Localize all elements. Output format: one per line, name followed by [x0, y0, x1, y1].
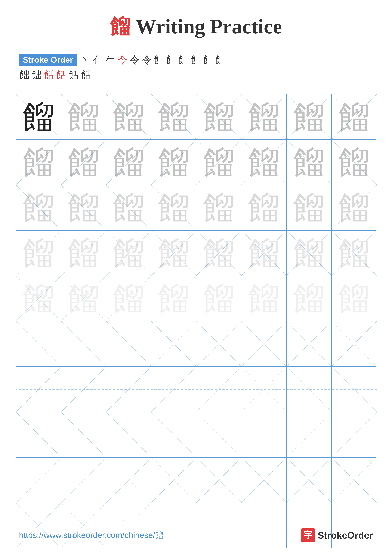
svg-line-91 — [242, 321, 286, 366]
empty-cell[interactable] — [196, 412, 242, 457]
svg-line-102 — [151, 367, 196, 412]
practice-char: 餾 — [338, 237, 370, 269]
empty-cell[interactable] — [61, 367, 106, 412]
grid-cell: 餾 — [286, 94, 332, 139]
stroke-order-row1: Stroke Order 丶 亻 𠂉 今 令 令 飠 飠 飠 飠 飠 飠 — [19, 53, 373, 66]
grid-cell: 餾 — [16, 185, 61, 230]
empty-cell[interactable] — [196, 321, 242, 366]
empty-cell[interactable] — [16, 412, 61, 457]
grid-cell: 餾 — [151, 231, 196, 276]
empty-cell[interactable] — [16, 367, 61, 412]
svg-line-124 — [286, 412, 331, 457]
empty-cell[interactable] — [286, 367, 332, 412]
empty-cell[interactable] — [151, 367, 196, 412]
svg-line-85 — [106, 321, 151, 366]
empty-cell[interactable] — [106, 412, 151, 457]
grid-cell: 餾 — [61, 94, 106, 139]
stroke-3: 𠂉 — [105, 54, 115, 66]
stroke-5: 令 — [130, 53, 139, 66]
svg-line-112 — [16, 412, 61, 457]
practice-char: 餾 — [68, 101, 100, 133]
footer: https://www.strokeorder.com/chinese/餾 字 … — [0, 528, 392, 542]
grid-cell: 餾 — [151, 140, 196, 185]
stroke-9: 飠 — [179, 53, 189, 66]
grid-cell: 餾 — [106, 94, 151, 139]
svg-line-107 — [242, 367, 286, 412]
grid-cell: 餾 — [196, 231, 242, 276]
empty-cell[interactable] — [151, 321, 196, 366]
practice-char: 餾 — [113, 283, 144, 314]
empty-cell[interactable] — [16, 458, 61, 503]
svg-line-121 — [196, 412, 241, 457]
practice-char: 餾 — [203, 101, 235, 133]
stroke-1: 丶 — [80, 53, 90, 66]
empty-cell[interactable] — [332, 367, 377, 412]
empty-cell[interactable] — [286, 412, 332, 457]
practice-char: 餾 — [338, 192, 370, 224]
grid-cell: 餾 — [242, 231, 286, 276]
footer-url[interactable]: https://www.strokeorder.com/chinese/餾 — [19, 530, 163, 541]
empty-cell[interactable] — [61, 412, 106, 457]
empty-cell[interactable] — [332, 321, 377, 366]
empty-cell[interactable] — [242, 412, 286, 457]
svg-line-98 — [61, 367, 106, 412]
svg-line-143 — [332, 458, 377, 503]
empty-cell[interactable] — [61, 321, 106, 366]
practice-char: 餾 — [158, 192, 190, 224]
stroke-11: 飠 — [204, 53, 214, 66]
empty-cell[interactable] — [61, 458, 106, 503]
empty-cell[interactable] — [242, 321, 286, 366]
practice-char: 餾 — [23, 237, 54, 269]
svg-line-93 — [286, 321, 331, 366]
grid-row-5: 餾 餾 餾 餾 餾 餾 餾 餾 — [16, 276, 376, 321]
stroke-6: 令 — [142, 53, 152, 66]
practice-char: 餾 — [203, 237, 235, 269]
svg-line-140 — [286, 458, 331, 503]
practice-char: 餾 — [338, 146, 370, 178]
svg-line-87 — [151, 321, 196, 366]
empty-cell[interactable] — [196, 367, 242, 412]
practice-char: 餾 — [248, 101, 280, 133]
grid-cell: 餾 — [242, 140, 286, 185]
stroke-10: 飠 — [191, 53, 201, 66]
stroke-17: 餂 — [69, 68, 79, 81]
empty-cell[interactable] — [242, 458, 286, 503]
svg-line-136 — [196, 458, 241, 503]
svg-line-94 — [332, 321, 377, 366]
svg-line-100 — [106, 367, 151, 412]
svg-line-80 — [16, 321, 61, 366]
empty-cell[interactable] — [286, 458, 332, 503]
practice-char: 餾 — [293, 192, 325, 224]
empty-cell[interactable] — [286, 321, 332, 366]
svg-line-137 — [196, 458, 241, 503]
empty-cell[interactable] — [106, 367, 151, 412]
svg-line-141 — [286, 458, 331, 503]
grid-row-9 — [16, 458, 376, 503]
stroke-8: 飠 — [167, 53, 177, 66]
practice-char: 餾 — [248, 146, 280, 178]
empty-cell[interactable] — [332, 458, 377, 503]
empty-cell[interactable] — [242, 367, 286, 412]
svg-line-138 — [242, 458, 286, 503]
svg-line-109 — [286, 367, 331, 412]
logo-text: StrokeOrder — [318, 530, 373, 541]
empty-cell[interactable] — [106, 458, 151, 503]
grid-cell: 餾 — [61, 140, 106, 185]
svg-line-115 — [61, 412, 106, 457]
grid-cell: 餾 — [196, 140, 242, 185]
empty-cell[interactable] — [151, 412, 196, 457]
stroke-4: 今 — [117, 53, 127, 66]
grid-row-7 — [16, 367, 376, 412]
svg-line-122 — [242, 412, 286, 457]
grid-cell: 餾 — [332, 94, 377, 139]
empty-cell[interactable] — [332, 412, 377, 457]
practice-char: 餾 — [203, 192, 235, 224]
practice-char: 餾 — [338, 101, 370, 133]
empty-cell[interactable] — [196, 458, 242, 503]
empty-cell[interactable] — [106, 321, 151, 366]
logo-icon: 字 — [301, 528, 315, 542]
empty-cell[interactable] — [16, 321, 61, 366]
svg-line-86 — [151, 321, 196, 366]
practice-char: 餾 — [23, 101, 54, 133]
empty-cell[interactable] — [151, 458, 196, 503]
